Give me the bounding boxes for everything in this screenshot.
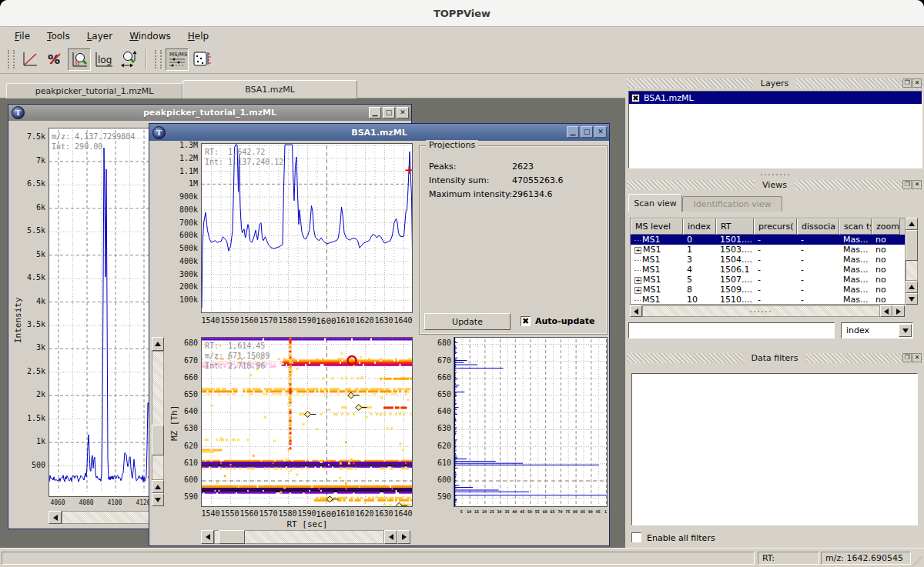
column-header-ms-level[interactable]: MS level [631, 218, 683, 235]
tic-projection-plot[interactable] [201, 143, 413, 313]
close-icon[interactable]: ✕ [397, 107, 409, 118]
menu-help[interactable]: Help [179, 28, 217, 44]
data-filters-list[interactable] [631, 373, 918, 525]
maximize-icon[interactable]: □ [581, 126, 593, 138]
table-row[interactable]: +MS111503....--Mas...no [631, 245, 905, 255]
menu-file[interactable]: File [6, 28, 38, 44]
scan-table-header[interactable]: MS levelindexRTprecurs(dissociascan tyzo… [631, 218, 905, 235]
column-header-dissocia[interactable]: dissocia [797, 218, 839, 235]
msms-view-icon[interactable]: MS/MS [166, 48, 189, 71]
peak-hscroll-left-button[interactable] [49, 511, 62, 524]
bsa1-titlebar[interactable]: T BSA1.mzML ▁ □ ✕ [149, 124, 609, 141]
table-vscroll-up-button[interactable] [906, 218, 918, 230]
table-hscroll-left-button[interactable] [630, 305, 642, 317]
heatmap-hscroll-left2-button[interactable] [384, 530, 397, 544]
heatmap-vscroll-thumb[interactable] [152, 425, 164, 455]
table-row[interactable]: MS101501....--Mas...no [631, 235, 905, 245]
max-intensity-label: Maximum intensity: [429, 189, 512, 199]
tree-expander-icon[interactable]: + [634, 277, 641, 284]
tree-expander-icon[interactable]: + [634, 287, 641, 294]
heatmap-y-tick-label: 620 [179, 442, 198, 450]
menu-tools[interactable]: Tools [38, 28, 79, 44]
column-header-rt[interactable]: RT [716, 218, 754, 235]
table-row[interactable]: MS141506.1--Mas...no [631, 265, 905, 275]
heatmap-hscroll-right-button[interactable] [397, 530, 410, 544]
table-row[interactable]: MS131504....--Mas...no [631, 255, 905, 265]
heatmap-vscroll-down-button[interactable] [152, 493, 164, 506]
intensity-linear-icon[interactable] [18, 48, 42, 71]
y-tick-label: 4k [21, 297, 45, 305]
search-column-combobox[interactable]: index [841, 322, 913, 339]
mz-projection-plot[interactable] [454, 337, 608, 507]
tab-scan-view[interactable]: Scan view [628, 194, 682, 212]
column-header-precurs-[interactable]: precurs( [754, 218, 797, 235]
layers-dock-titlebar[interactable]: Layers ❐ ✕ [627, 78, 922, 88]
mz-proj-y-tick-label: 630 [431, 424, 451, 432]
x-tick-label: 4100 [103, 499, 126, 506]
heatmap-vscroll-up-button[interactable] [152, 337, 164, 351]
data-filters-dock-titlebar[interactable]: Data filters ❐ ✕ [627, 353, 922, 363]
menu-windows[interactable]: Windows [121, 28, 179, 44]
heatmap-hscroll-left-button[interactable] [201, 530, 214, 544]
minimize-icon[interactable]: ▁ [369, 107, 381, 118]
layer-item-bsa1[interactable]: ✖ BSA1.mzML [629, 92, 922, 104]
intensity-percentage-icon[interactable]: % [43, 48, 66, 71]
close-icon[interactable]: ✕ [594, 126, 607, 138]
table-hscroll-grip[interactable] [733, 309, 787, 314]
column-header-scan-ty[interactable]: scan ty [839, 218, 872, 235]
dock-splitter[interactable] [628, 172, 921, 177]
table-row[interactable]: +MS151507....--Mas...no [631, 275, 905, 285]
close-dock-icon[interactable]: ✕ [912, 78, 922, 88]
table-vscroll-up2-button[interactable] [906, 281, 918, 293]
enable-all-filters-checkbox[interactable] [631, 532, 641, 542]
window-titlebar[interactable]: TOPPView [0, 0, 924, 27]
tab-bsa1[interactable]: BSA1.mzML [182, 80, 357, 98]
table-row[interactable]: +MS181509....--Mas...no [631, 285, 905, 295]
table-hscroll-left2-button[interactable] [880, 305, 892, 317]
peakpicker-titlebar[interactable]: T peakpicker_tutorial_1.mzML ▁ □ ✕ [8, 105, 411, 121]
minimize-icon[interactable]: ▁ [567, 126, 579, 138]
heatmap-hscroll-thumb[interactable] [219, 530, 245, 544]
scan-search-input[interactable] [628, 322, 835, 339]
column-header-index[interactable]: index [683, 218, 716, 235]
heatmap-vscroll-track[interactable] [152, 351, 164, 480]
table-vscroll-down-button[interactable] [906, 293, 918, 305]
zoom-1d-icon[interactable] [117, 48, 140, 71]
intensity-log-icon[interactable]: log [92, 48, 116, 71]
tic-y-tick-label: 200k [171, 282, 198, 291]
dot-plot-icon[interactable] [190, 48, 213, 71]
table-vscroll-thumb[interactable] [906, 230, 918, 261]
heatmap-vscroll-up2-button[interactable] [152, 480, 164, 493]
y-tick-label: 4.5k [21, 273, 45, 282]
tic-y-tick-label: 400k [171, 257, 198, 265]
bsa1-window-title: BSA1.mzML [149, 128, 609, 138]
float-dock-icon[interactable]: ❐ [902, 180, 912, 189]
layer-visibility-checkbox[interactable]: ✖ [631, 94, 640, 102]
tab-identification-view[interactable]: Identification view [682, 196, 782, 212]
update-button[interactable]: Update [424, 313, 511, 330]
float-dock-icon[interactable]: ❐ [902, 353, 912, 362]
scan-table[interactable]: MS levelindexRTprecurs(dissociascan tyzo… [630, 218, 906, 305]
tree-expander-icon[interactable]: + [634, 247, 641, 254]
tic-y-tick-label: 1.2M [171, 154, 198, 162]
views-dock-titlebar[interactable]: Views ❐ ✕ [627, 180, 922, 190]
zoom-mode-icon[interactable] [68, 48, 91, 71]
table-hscroll-right-button[interactable] [892, 305, 905, 317]
table-row[interactable]: MS1101510....--Mas...no [631, 295, 905, 305]
chevron-down-icon[interactable] [899, 324, 912, 337]
close-dock-icon[interactable]: ✕ [912, 353, 922, 362]
resize-grip[interactable] [912, 556, 922, 566]
tic-y-tick-label: 900k [171, 192, 198, 201]
svg-text:log: log [98, 55, 112, 65]
close-dock-icon[interactable]: ✕ [912, 180, 922, 189]
tab-peakpicker[interactable]: peakpicker_tutorial_1.mzML [6, 83, 182, 98]
float-dock-icon[interactable]: ❐ [902, 78, 912, 88]
toolbar-drag-handle[interactable] [8, 50, 15, 68]
layers-list[interactable]: ✖ BSA1.mzML [628, 91, 922, 168]
maximize-icon[interactable]: □ [383, 107, 395, 118]
x-tick-label: 4060 [46, 499, 69, 506]
auto-update-checkbox[interactable]: ✖ [521, 316, 531, 326]
column-header-zoom[interactable]: zoom [872, 218, 900, 235]
menu-layer[interactable]: Layer [79, 28, 121, 44]
toolbar-drag-handle-2[interactable] [155, 50, 162, 68]
